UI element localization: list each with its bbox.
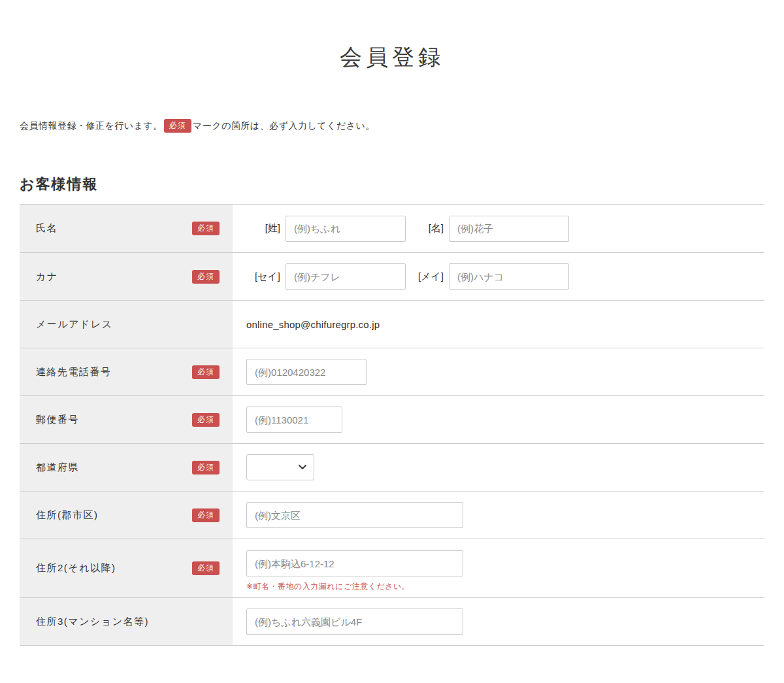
registration-page: 会員登録 会員情報登録・修正を行います。必須マークの箇所は、必ず入力してください… [0, 42, 784, 646]
first-name-input[interactable] [449, 216, 569, 242]
phone-input[interactable] [246, 359, 367, 385]
value-cell-address1 [233, 491, 764, 539]
form-row-address1: 住所(郡市区) 必須 [20, 491, 764, 539]
form-row-name: 氏名 必須 [姓] [名] [20, 205, 764, 252]
value-cell-prefecture [233, 444, 764, 491]
label-cell-postal-code: 郵便番号 必須 [20, 396, 233, 443]
row-label-address2: 住所2(それ以降) [36, 562, 116, 575]
email-value: online_shop@chifuregrp.co.jp [246, 319, 380, 330]
label-cell-email: メールアドレス [20, 301, 233, 348]
first-name-kana-group: [メイ] [410, 263, 569, 290]
first-name-kana-prefix: [メイ] [410, 271, 444, 283]
form-row-phone: 連絡先電話番号 必須 [20, 348, 764, 395]
last-name-prefix: [姓] [246, 222, 280, 235]
last-name-kana-input[interactable] [286, 263, 406, 290]
last-name-kana-prefix: [セイ] [246, 271, 280, 283]
form-row-kana: カナ 必須 [セイ] [メイ] [20, 252, 764, 300]
required-badge: 必須 [192, 461, 220, 475]
row-label-email: メールアドレス [36, 318, 113, 331]
first-name-kana-input[interactable] [449, 263, 569, 290]
page-title: 会員登録 [20, 42, 764, 72]
last-name-input[interactable] [286, 216, 406, 242]
customer-info-form: 氏名 必須 [姓] [名] カナ 必須 [ [20, 204, 764, 646]
form-row-address2: 住所2(それ以降) 必須 ※町名・番地の入力漏れにご注意ください。 [20, 539, 764, 597]
row-label-postal-code: 郵便番号 [36, 414, 79, 426]
last-name-group: [姓] [246, 216, 406, 242]
form-row-address3: 住所3(マンション名等) [20, 597, 764, 645]
row-label-address1: 住所(郡市区) [36, 509, 99, 522]
row-label-prefecture: 都道府県 [36, 461, 79, 474]
label-cell-kana: カナ 必須 [20, 253, 233, 300]
label-cell-address3: 住所3(マンション名等) [20, 598, 233, 645]
address2-input[interactable] [246, 550, 463, 576]
row-label-kana: カナ [36, 271, 58, 283]
value-cell-address3 [233, 598, 764, 645]
intro-text-before: 会員情報登録・修正を行います。 [20, 120, 163, 131]
required-badge: 必須 [192, 222, 220, 235]
value-cell-kana: [セイ] [メイ] [233, 253, 764, 300]
value-cell-phone [233, 348, 764, 395]
required-badge: 必須 [192, 561, 220, 575]
address1-input[interactable] [246, 502, 463, 528]
label-cell-address2: 住所2(それ以降) 必須 [20, 539, 233, 597]
label-cell-address1: 住所(郡市区) 必須 [20, 491, 233, 539]
row-label-name: 氏名 [36, 222, 57, 235]
required-badge-inline: 必須 [164, 119, 191, 133]
form-row-prefecture: 都道府県 必須 [20, 443, 764, 491]
row-label-phone: 連絡先電話番号 [36, 366, 112, 378]
required-badge: 必須 [192, 413, 220, 427]
postal-code-input[interactable] [246, 407, 342, 433]
intro-text: 会員情報登録・修正を行います。必須マークの箇所は、必ず入力してください。 [20, 119, 764, 133]
required-badge: 必須 [192, 508, 220, 522]
first-name-group: [名] [410, 216, 569, 242]
required-badge: 必須 [192, 365, 220, 379]
row-label-address3: 住所3(マンション名等) [36, 616, 149, 628]
value-cell-address2: ※町名・番地の入力漏れにご注意ください。 [233, 539, 764, 597]
section-title-customer-info: お客様情報 [20, 175, 764, 194]
prefecture-select[interactable] [246, 454, 314, 480]
address2-note: ※町名・番地の入力漏れにご注意ください。 [246, 581, 410, 592]
form-row-email: メールアドレス online_shop@chifuregrp.co.jp [20, 300, 764, 348]
value-cell-postal-code [233, 396, 764, 443]
value-cell-email: online_shop@chifuregrp.co.jp [233, 301, 764, 348]
value-cell-name: [姓] [名] [233, 205, 764, 252]
required-badge: 必須 [192, 270, 220, 284]
first-name-prefix: [名] [410, 222, 444, 235]
form-row-postal-code: 郵便番号 必須 [20, 395, 764, 443]
intro-text-after: マークの箇所は、必ず入力してください。 [193, 120, 375, 131]
label-cell-phone: 連絡先電話番号 必須 [20, 348, 233, 395]
label-cell-name: 氏名 必須 [20, 205, 233, 252]
address3-input[interactable] [246, 608, 463, 635]
prefecture-select-wrap [246, 454, 314, 480]
label-cell-prefecture: 都道府県 必須 [20, 444, 233, 491]
last-name-kana-group: [セイ] [246, 263, 406, 290]
